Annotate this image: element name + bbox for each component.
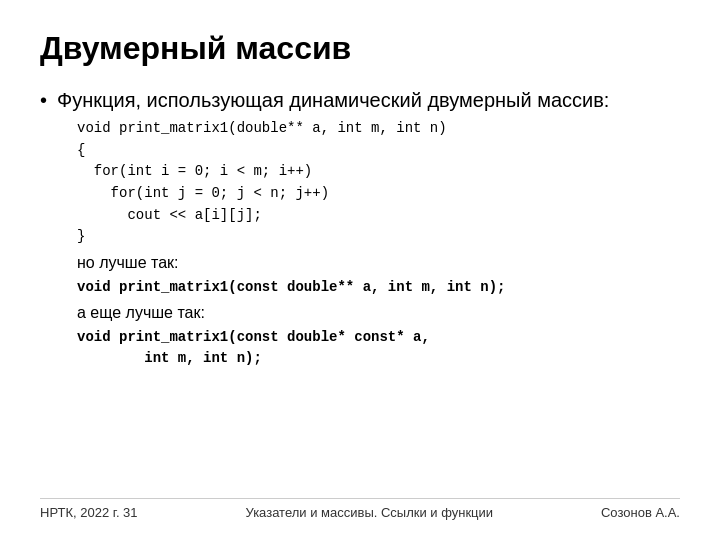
code-line-1: void print_matrix1(double** a, int m, in… <box>77 118 609 140</box>
footer-center: Указатели и массивы. Ссылки и функции <box>245 505 493 520</box>
slide-footer: НРТК, 2022 г. 31 Указатели и массивы. Сс… <box>40 498 680 520</box>
code-bold-2-line2: int m, int n); <box>77 348 609 370</box>
note-2: а еще лучше так: <box>77 302 609 324</box>
bullet-point: • <box>40 87 47 113</box>
bullet-body: Функция, использующая динамический двуме… <box>57 87 609 370</box>
slide-title: Двумерный массив <box>40 30 680 67</box>
code-line-3: for(int i = 0; i < m; i++) <box>77 161 609 183</box>
code-line-4: for(int j = 0; j < n; j++) <box>77 183 609 205</box>
bullet-text: Функция, использующая динамический двуме… <box>57 89 609 111</box>
bullet-item: • Функция, использующая динамический дву… <box>40 87 680 370</box>
footer-left: НРТК, 2022 г. 31 <box>40 505 138 520</box>
code-line-5: cout << a[i][j]; <box>77 205 609 227</box>
code-bold-2-line1: void print_matrix1(const double* const* … <box>77 327 609 349</box>
code-line-6: } <box>77 226 609 248</box>
code-bold-1: void print_matrix1(const double** a, int… <box>77 277 609 299</box>
note-1: но лучше так: <box>77 252 609 274</box>
slide: Двумерный массив • Функция, использующая… <box>0 0 720 540</box>
code-line-2: { <box>77 140 609 162</box>
footer-right: Созонов А.А. <box>601 505 680 520</box>
code-block-1: void print_matrix1(double** a, int m, in… <box>77 118 609 248</box>
slide-content: • Функция, использующая динамический дву… <box>40 87 680 498</box>
